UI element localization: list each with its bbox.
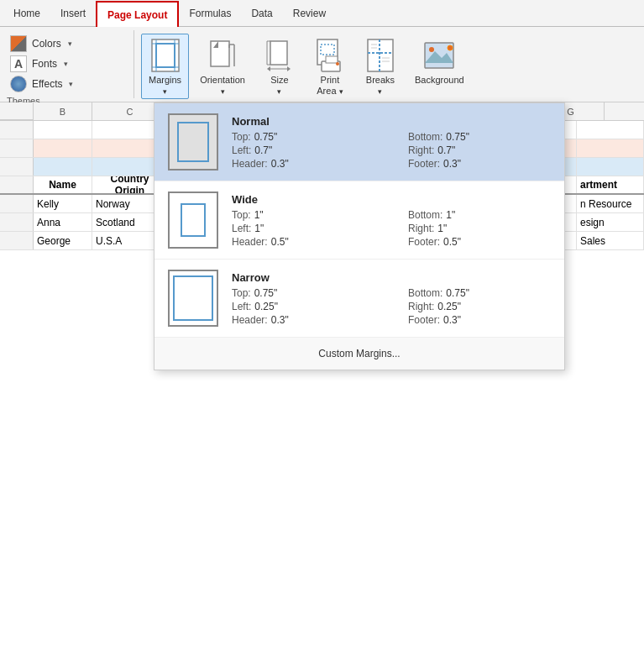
effects-label: Effects (32, 78, 62, 90)
margin-top-value: 0.75" (254, 131, 278, 143)
cell-b[interactable] (34, 158, 92, 176)
cell-g[interactable] (577, 139, 644, 157)
row-num (0, 139, 34, 157)
margin-bottom-label: Bottom: (408, 131, 442, 143)
background-button[interactable]: Background (407, 34, 472, 99)
margin-details-wide: Wide Top: 1" Bottom: 1" Left: 1" Right: … (232, 193, 551, 248)
margin-option-normal[interactable]: Normal Top: 0.75" Bottom: 0.75" Left: 0.… (154, 103, 564, 181)
margin-name-narrow: Narrow (232, 271, 551, 284)
tab-home[interactable]: Home (3, 0, 50, 26)
tab-insert[interactable]: Insert (50, 0, 96, 26)
margin-header-label: Header: (232, 314, 268, 326)
cell-name[interactable]: Anna (34, 213, 92, 231)
margin-left-label: Left: (232, 223, 251, 234)
margin-footer-label: Footer: (408, 158, 440, 170)
colors-button[interactable]: Colors ▾ (7, 34, 127, 54)
margin-header-value: 0.5" (271, 236, 289, 248)
print-area-label: PrintArea ▾ (317, 75, 343, 97)
fonts-button[interactable]: A Fonts ▾ (7, 54, 127, 74)
fonts-label: Fonts (32, 58, 57, 70)
margin-header-row: Header: 0.5" (232, 236, 374, 248)
cell-name-header[interactable]: Name (34, 176, 92, 193)
margin-top-label: Top: (232, 209, 251, 221)
svg-marker-21 (287, 66, 291, 71)
cell-g[interactable] (577, 158, 644, 176)
breaks-button[interactable]: Breaks▾ (357, 34, 404, 99)
row-num (0, 176, 34, 193)
margin-details-normal: Normal Top: 0.75" Bottom: 0.75" Left: 0.… (232, 115, 551, 170)
custom-margins-button[interactable]: Custom Margins... (154, 338, 564, 370)
margins-label: Margins▾ (149, 75, 181, 97)
background-icon (423, 38, 455, 73)
margin-top-value: 1" (254, 209, 264, 221)
size-button[interactable]: Size▾ (256, 34, 303, 99)
margin-top-label: Top: (232, 287, 251, 299)
print-area-button[interactable]: PrintArea ▾ (306, 34, 353, 99)
margin-right-label: Right: (408, 223, 434, 234)
svg-rect-15 (270, 41, 287, 65)
margin-right-value: 0.25" (437, 301, 461, 312)
margin-footer-value: 0.3" (443, 314, 461, 326)
margin-thumb-normal (168, 113, 218, 170)
print-area-icon (314, 38, 346, 73)
margin-left-value: 1" (254, 223, 264, 234)
tab-bar: Home Insert Page Layout Formulas Data Re… (0, 0, 644, 27)
effects-button[interactable]: Effects ▾ (7, 74, 127, 94)
tab-page-layout[interactable]: Page Layout (96, 1, 179, 27)
colors-chevron: ▾ (68, 39, 72, 48)
themes-section: Colors ▾ A Fonts ▾ Effects ▾ Themes ▾ (0, 30, 134, 98)
margin-option-narrow[interactable]: Narrow Top: 0.75" Bottom: 0.75" Left: 0.… (154, 260, 564, 338)
margin-name-wide: Wide (232, 193, 551, 206)
tab-formulas[interactable]: Formulas (179, 0, 241, 26)
background-label: Background (415, 75, 464, 86)
tab-review[interactable]: Review (283, 0, 336, 26)
margin-inner-wide (181, 203, 206, 237)
margin-grid-narrow: Top: 0.75" Bottom: 0.75" Left: 0.25" Rig… (232, 287, 551, 326)
cell-name[interactable]: George (34, 232, 92, 249)
row-num (0, 213, 34, 231)
cell-b[interactable] (34, 121, 92, 139)
margin-inner-normal (177, 122, 209, 162)
margin-right-label: Right: (408, 301, 434, 312)
row-num (0, 158, 34, 176)
margin-header-value: 0.3" (271, 314, 289, 326)
margin-bottom-value: 0.75" (446, 287, 469, 299)
cell-g[interactable] (577, 121, 644, 139)
colors-label: Colors (32, 38, 61, 50)
margin-option-wide[interactable]: Wide Top: 1" Bottom: 1" Left: 1" Right: … (154, 181, 564, 260)
margin-footer-row: Footer: 0.5" (408, 236, 551, 248)
cell-dept[interactable]: n Resource (577, 195, 644, 212)
effects-icon (10, 76, 27, 92)
margins-icon (149, 38, 181, 73)
margin-right-row: Right: 0.7" (408, 144, 551, 156)
orientation-button[interactable]: Orientation▾ (192, 34, 253, 99)
cell-name[interactable]: Kelly (34, 195, 92, 212)
col-header-b: B (34, 102, 92, 121)
tab-data[interactable]: Data (241, 0, 282, 26)
row-num (0, 121, 34, 139)
margin-left-row: Left: 0.25" (232, 301, 374, 312)
margin-header-value: 0.3" (271, 158, 289, 170)
margin-footer-value: 0.3" (443, 158, 461, 170)
cell-dept-header[interactable]: artment (577, 176, 644, 193)
colors-icon (10, 35, 27, 52)
size-icon (264, 38, 296, 73)
cell-dept[interactable]: Sales (577, 232, 644, 249)
margin-right-label: Right: (408, 144, 434, 156)
cell-b[interactable] (34, 139, 92, 157)
margins-button[interactable]: Margins▾ (141, 34, 189, 99)
margin-right-row: Right: 0.25" (408, 301, 551, 312)
margin-header-row: Header: 0.3" (232, 314, 374, 326)
ribbon-buttons-group: Margins▾ Orientation▾ (134, 30, 479, 98)
margin-left-row: Left: 1" (232, 223, 374, 234)
margin-bottom-row: Bottom: 1" (408, 209, 551, 221)
breaks-icon (364, 38, 396, 73)
ribbon: Colors ▾ A Fonts ▾ Effects ▾ Themes ▾ (0, 27, 644, 102)
margin-left-row: Left: 0.7" (232, 144, 374, 156)
svg-marker-20 (267, 66, 270, 71)
margin-top-row: Top: 0.75" (232, 287, 374, 299)
margin-name-normal: Normal (232, 115, 551, 128)
cell-dept[interactable]: esign (577, 213, 644, 231)
margins-dropdown: Normal Top: 0.75" Bottom: 0.75" Left: 0.… (154, 102, 565, 370)
margin-header-row: Header: 0.3" (232, 158, 374, 170)
